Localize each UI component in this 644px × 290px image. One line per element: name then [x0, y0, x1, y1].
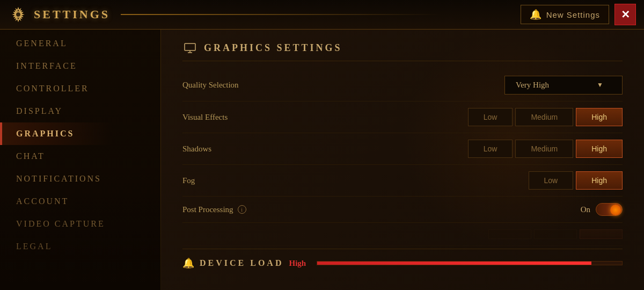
fog-high-button[interactable]: High: [576, 171, 623, 190]
post-processing-controls: On: [581, 203, 623, 216]
header-title-area: SETTINGS: [8, 4, 521, 25]
shadows-medium-button[interactable]: Medium: [515, 140, 573, 158]
shadows-label: Shadows: [182, 144, 468, 154]
close-button[interactable]: ✕: [614, 4, 636, 25]
quality-value: Very High: [516, 81, 549, 90]
fog-label: Fog: [182, 176, 529, 185]
toggle-knob: [610, 205, 621, 215]
fog-low-button[interactable]: Low: [529, 171, 574, 190]
device-load-status: High: [289, 259, 306, 268]
graphics-icon: [182, 40, 197, 55]
device-load-section: 🔔 DEVICE LOAD High: [182, 249, 623, 277]
sidebar-item-interface[interactable]: INTERFACE: [0, 55, 160, 77]
device-load-title: DEVICE LOAD: [200, 258, 283, 268]
sidebar-item-controller[interactable]: CONTROLLER: [0, 77, 160, 100]
quality-selection-row: Quality Selection Very High ▼: [182, 69, 623, 102]
fog-row: Fog Low High: [182, 165, 623, 197]
device-load-bar: [317, 261, 623, 265]
visual-effects-medium-button[interactable]: Medium: [515, 108, 573, 126]
hidden-btn-3: [580, 229, 623, 239]
close-icon: ✕: [621, 8, 630, 21]
new-settings-label: New Settings: [546, 10, 600, 19]
graphics-section-header: GRAPHICS SETTINGS: [182, 32, 623, 61]
sidebar-item-graphics[interactable]: GRAPHICS: [0, 122, 160, 145]
visual-effects-controls: Low Medium High: [468, 108, 623, 126]
gear-icon: [8, 4, 28, 25]
quality-label: Quality Selection: [182, 81, 504, 90]
shadows-row: Shadows Low Medium High: [182, 133, 623, 165]
new-settings-button[interactable]: 🔔 New Settings: [521, 5, 609, 24]
bell-icon: 🔔: [530, 9, 542, 20]
visual-effects-low-button[interactable]: Low: [468, 108, 513, 126]
hidden-row: [182, 223, 623, 246]
section-title: GRAPHICS SETTINGS: [204, 42, 342, 54]
post-processing-label: Post Processing i: [182, 205, 581, 214]
sidebar-item-display[interactable]: DISPLAY: [0, 100, 160, 122]
device-load-fill: [317, 262, 591, 265]
hidden-btn-2: [534, 229, 577, 239]
device-load-header: 🔔 DEVICE LOAD High: [182, 257, 623, 269]
visual-effects-row: Visual Effects Low Medium High: [182, 102, 623, 133]
header: SETTINGS 🔔 New Settings ✕: [0, 0, 644, 30]
fog-controls: Low High: [529, 171, 623, 190]
sidebar-item-general[interactable]: GENERAL: [0, 32, 160, 55]
visual-effects-high-button[interactable]: High: [576, 108, 623, 126]
svg-rect-1: [185, 44, 195, 50]
sidebar-item-chat[interactable]: CHAT: [0, 145, 160, 168]
shadows-low-button[interactable]: Low: [468, 140, 513, 158]
settings-title: SETTINGS: [34, 8, 110, 21]
post-processing-row: Post Processing i On: [182, 197, 623, 223]
quality-controls: Very High ▼: [504, 76, 623, 95]
quality-dropdown[interactable]: Very High ▼: [504, 76, 623, 95]
post-processing-value: On: [581, 205, 590, 214]
hidden-btn-1: [488, 229, 531, 239]
post-processing-toggle[interactable]: [596, 203, 623, 216]
main-content: GRAPHICS SETTINGS Quality Selection Very…: [161, 0, 644, 290]
visual-effects-label: Visual Effects: [182, 113, 468, 122]
header-deco: [121, 14, 521, 15]
post-processing-info-icon[interactable]: i: [238, 205, 246, 214]
dropdown-arrow-icon: ▼: [597, 81, 603, 89]
shadows-high-button[interactable]: High: [576, 140, 623, 158]
shadows-controls: Low Medium High: [468, 140, 623, 158]
sidebar: GENERAL INTERFACE CONTROLLER DISPLAY GRA…: [0, 0, 161, 290]
device-load-icon: 🔔: [182, 257, 194, 269]
